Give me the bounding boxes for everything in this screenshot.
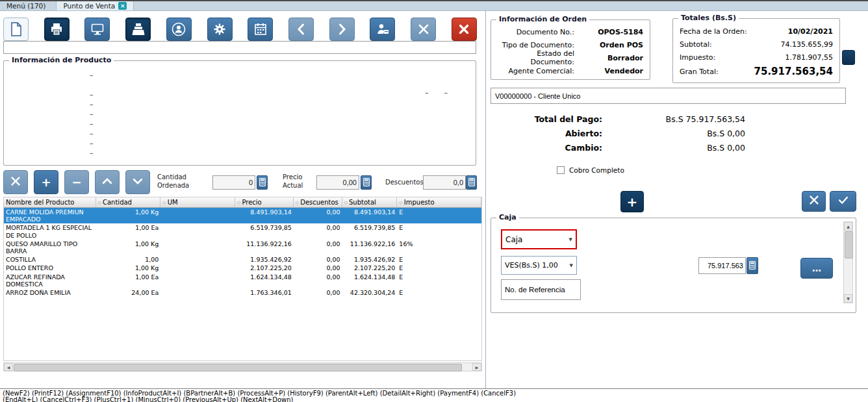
clear-line-button[interactable] (3, 170, 28, 194)
table-row[interactable]: QUESO AMARILLO TIPO BARRA1,00 Kg11.136.9… (4, 240, 481, 255)
table-row[interactable]: COSTILLA1,001.935.426,920,001.935.426,92… (4, 255, 481, 264)
toolbar (3, 18, 477, 41)
history-icon (253, 22, 268, 36)
price-calculator-button[interactable] (361, 175, 372, 190)
vertical-scroll-thumb[interactable] (845, 231, 853, 258)
column-header-6[interactable]: ◇Impuesto (397, 197, 481, 207)
cell-cantidad: 1,00 Ea (96, 273, 161, 288)
table-row[interactable]: POLLO ENTERO1,00 Kg2.107.225,200,002.107… (4, 264, 481, 272)
field-label: Abierto: (487, 129, 602, 138)
quantity-input[interactable] (212, 175, 255, 190)
cell-cantidad: 1,00 Ea (96, 223, 161, 239)
cell-impuesto: E (397, 264, 481, 272)
more-options-button[interactable]: … (800, 258, 833, 279)
column-header-4[interactable]: ◇Descuentos (294, 197, 342, 207)
cell-precio: 1.624.134,48 (235, 273, 294, 288)
sort-icon: ◇ (344, 200, 348, 205)
chevron-up-icon (101, 175, 113, 190)
cell-impuesto: E (397, 208, 481, 223)
groupbox-title: Caja (496, 213, 519, 221)
grand-total-edit-button[interactable] (842, 50, 855, 65)
discount-calculator-button[interactable] (466, 175, 477, 190)
column-header-5[interactable]: ◇Subtotal (342, 197, 398, 207)
scroll-right-icon[interactable]: ▶ (472, 363, 481, 371)
horizontal-scroll-thumb[interactable] (14, 364, 462, 371)
history-button[interactable] (248, 18, 273, 41)
scroll-up-icon[interactable]: ▲ (844, 222, 852, 231)
cell-cantidad: 1,00 Kg (96, 208, 161, 223)
cell-nombre: AZUCAR REFINADA DOMESTICA (4, 273, 96, 288)
cancel-button[interactable] (411, 18, 436, 41)
selected-option: Caja (505, 235, 522, 244)
product-table-body: CARNE MOLIDA PREMIUN EMPACADO1,00 Kg8.49… (4, 208, 481, 297)
status-bar: (NewF2) (PrintF12) (AssignmentF10) (Info… (0, 388, 868, 402)
reference-number-input[interactable] (501, 279, 581, 300)
scroll-left-icon[interactable]: ◀ (4, 363, 13, 371)
horizontal-scrollbar[interactable]: ◀ ▶ (3, 362, 482, 371)
previous-record-button[interactable] (95, 170, 120, 194)
cell-descuentos: 0,00 (294, 255, 342, 264)
product-search-input[interactable] (3, 41, 476, 54)
groupbox-title: Totales (Bs.S) (678, 14, 739, 22)
amount-calculator-button[interactable] (747, 257, 758, 274)
new-button[interactable] (3, 18, 29, 41)
descuentos-label: Descuentos (385, 179, 423, 187)
currency-select[interactable]: VES(Bs.S) 1,00 ▼ (501, 256, 577, 275)
table-row[interactable]: AZUCAR REFINADA DOMESTICA1,00 Ea1.624.13… (4, 273, 481, 288)
cell-nombre: MORTADELA 1 KG ESPECIAL DE POLLO (4, 223, 96, 239)
assignment-button[interactable] (84, 18, 110, 41)
price-input[interactable] (316, 175, 359, 190)
groupbox-title: Información de Orden (496, 15, 589, 23)
business-partner-button[interactable] (166, 18, 192, 41)
next-record-button[interactable] (125, 170, 150, 194)
plus-icon: + (627, 195, 638, 208)
detail-button[interactable] (329, 18, 355, 41)
cell-um (160, 208, 235, 223)
print-button[interactable] (44, 18, 70, 41)
decrease-quantity-button[interactable]: − (64, 170, 89, 194)
cell-nombre: CARNE MOLIDA PREMIUN EMPACADO (4, 208, 96, 223)
cobro-completo-label: Cobro Completo (569, 166, 624, 174)
process-button[interactable] (207, 18, 233, 41)
cancel-payment-button[interactable] (802, 191, 826, 212)
close-window-button[interactable] (452, 18, 477, 41)
column-header-0[interactable]: Nombre del Producto (4, 197, 96, 207)
table-row[interactable]: ARROZ DOÑA EMILIA24,00 Ea1.763.346,010,0… (4, 288, 481, 297)
chevron-down-icon (132, 175, 144, 190)
cell-impuesto: E (397, 273, 481, 288)
placeholder-dash: – (90, 90, 94, 99)
column-header-3[interactable]: ◇Precio (235, 197, 294, 207)
cell-impuesto: 16% (397, 240, 481, 255)
chevron-left-icon (295, 23, 308, 36)
info-product-button[interactable] (125, 18, 151, 41)
chevron-down-icon: ▼ (569, 237, 572, 242)
payment-amount-input[interactable] (698, 257, 746, 274)
add-payment-button[interactable]: + (620, 191, 644, 212)
cell-precio: 2.107.225,20 (235, 264, 294, 272)
caja-groupbox: Caja Caja ▼ VES(Bs.S) 1,00 ▼ … ▲ ▼ (491, 218, 856, 313)
confirm-payment-button[interactable] (830, 191, 856, 212)
payment-button[interactable] (370, 18, 395, 41)
increase-quantity-button[interactable]: + (34, 170, 58, 194)
tab-punto-de-venta[interactable]: Punto de Venta × (56, 1, 134, 10)
cobro-completo-checkbox[interactable] (557, 166, 565, 174)
customer-field[interactable] (491, 88, 846, 104)
discount-input[interactable] (423, 175, 466, 190)
table-row[interactable]: MORTADELA 1 KG ESPECIAL DE POLLO1,00 Ea6… (4, 223, 481, 239)
column-header-1[interactable]: ◇Cantidad (96, 197, 161, 207)
field-label: Impuesto: (680, 53, 715, 62)
info-product-icon (131, 22, 146, 36)
tab-menu[interactable]: Menú (170) (0, 1, 52, 10)
close-tab-icon[interactable]: × (118, 2, 127, 10)
scroll-down-icon[interactable]: ▼ (844, 294, 852, 303)
tender-type-select[interactable]: Caja ▼ (501, 229, 577, 249)
calculator-icon (363, 177, 370, 189)
cell-um (160, 264, 235, 272)
cell-precio: 11.136.922,16 (235, 240, 294, 255)
column-header-2[interactable]: ◇UM (160, 197, 235, 207)
placeholder-dash: – (444, 88, 448, 97)
table-row[interactable]: CARNE MOLIDA PREMIUN EMPACADO1,00 Kg8.49… (4, 208, 481, 223)
vertical-scrollbar[interactable]: ▲ ▼ (843, 221, 853, 303)
parent-button[interactable] (288, 18, 314, 41)
quantity-calculator-button[interactable] (257, 175, 268, 190)
